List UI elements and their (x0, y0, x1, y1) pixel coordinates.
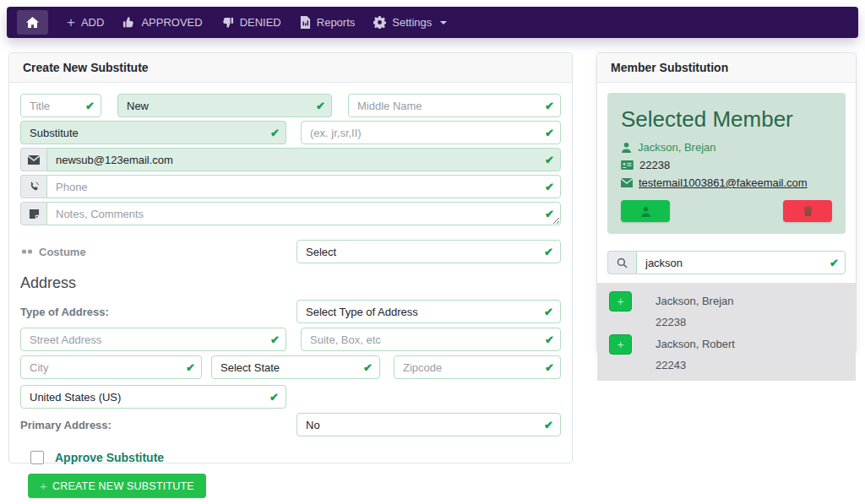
result-member-id: 22243 (656, 359, 735, 371)
top-navbar: + ADD APPROVED DENIED Reports Settings (7, 7, 858, 38)
approve-substitute-label: Approve Substitute (55, 451, 164, 464)
address-heading: Address (20, 274, 561, 292)
type-of-address-label: Type of Address: (20, 306, 109, 318)
primary-address-select[interactable]: No ✔ (296, 413, 561, 436)
selected-member-heading: Selected Member (621, 106, 832, 133)
notes-input[interactable] (46, 202, 561, 225)
member-search-results: + Jackson, Brejan 22238 + Jackson, Rober… (597, 283, 856, 381)
email-input[interactable] (46, 148, 561, 171)
add-result-button[interactable]: + (609, 334, 632, 355)
costume-label-row: Costume (20, 246, 86, 258)
selected-member-id-row: 22238 (621, 159, 832, 171)
thumbs-down-icon (221, 16, 234, 29)
primary-address-label: Primary Address: (20, 419, 112, 431)
nav-item-add[interactable]: + ADD (67, 16, 104, 29)
nav-item-approved[interactable]: APPROVED (122, 16, 202, 29)
type-of-address-select[interactable]: Select Type of Address ✔ (296, 300, 561, 323)
phone-icon (20, 175, 46, 198)
member-substitution-card: Member Substitution Selected Member Jack… (596, 52, 857, 353)
middle-name-input[interactable] (348, 94, 561, 117)
home-button[interactable] (17, 10, 48, 35)
result-member-id: 22238 (656, 316, 734, 328)
street-address-input[interactable] (20, 328, 286, 351)
check-icon: ✔ (544, 420, 553, 431)
costume-select[interactable]: Select ✔ (296, 240, 561, 263)
member-result-row: + Jackson, Brejan 22238 (597, 287, 856, 330)
caret-down-icon (440, 21, 447, 24)
member-result-row: + Jackson, Robert 22243 (597, 330, 856, 373)
selected-member-email-row: testemail1003861@fakeemail.com (621, 176, 832, 189)
selected-member-email-link[interactable]: testemail1003861@fakeemail.com (639, 176, 808, 189)
city-input[interactable] (20, 355, 202, 379)
selected-member-name-row: Jackson, Brejan (621, 141, 832, 154)
plus-icon: + (40, 479, 47, 493)
nav-item-reports[interactable]: Reports (300, 16, 356, 29)
selected-member-card: Selected Member Jackson, Brejan 22238 te… (607, 93, 846, 234)
result-member-name: Jackson, Robert (656, 338, 735, 350)
check-icon: ✔ (544, 247, 553, 257)
phone-input[interactable] (46, 175, 561, 198)
create-substitute-card: Create New Substitute ✔ ✔ ✔ ✔ ✔ (8, 52, 573, 463)
thumbs-up-icon (122, 16, 135, 29)
member-search-input[interactable] (636, 251, 846, 274)
add-result-button[interactable]: + (609, 291, 632, 312)
suffix-input[interactable] (301, 121, 561, 144)
selected-member-name: Jackson, Brejan (638, 141, 716, 154)
member-substitution-title: Member Substitution (597, 53, 856, 83)
approve-substitute-checkbox[interactable] (30, 451, 44, 464)
nav-denied-label: DENIED (240, 16, 281, 29)
nav-approved-label: APPROVED (141, 16, 202, 29)
report-icon (300, 16, 311, 29)
nav-item-settings[interactable]: Settings (373, 16, 447, 29)
envelope-icon (20, 148, 46, 171)
create-new-substitute-label: CREATE NEW SUBSTITUTE (52, 480, 194, 492)
nav-settings-label: Settings (392, 16, 432, 29)
result-member-name: Jackson, Brejan (656, 295, 734, 307)
check-icon: ✔ (363, 362, 373, 373)
selected-member-id: 22238 (639, 159, 670, 171)
create-substitute-title: Create New Substitute (9, 53, 572, 83)
magnifier-icon (607, 251, 636, 274)
create-new-substitute-button[interactable]: + CREATE NEW SUBSTITUTE (28, 474, 206, 498)
suite-input[interactable] (301, 328, 561, 351)
delete-member-button[interactable] (783, 200, 832, 222)
plus-icon: + (67, 17, 75, 28)
costume-icon (20, 247, 34, 256)
gear-icon (373, 16, 386, 29)
check-icon: ✔ (269, 392, 279, 403)
id-card-icon (621, 160, 634, 170)
envelope-icon (621, 178, 633, 187)
first-name-input[interactable] (117, 94, 332, 117)
title-input[interactable] (20, 94, 101, 117)
add-member-button[interactable] (621, 200, 670, 222)
nav-item-denied[interactable]: DENIED (221, 16, 281, 29)
zipcode-input[interactable] (394, 355, 561, 379)
country-select[interactable]: United States (US) ✔ (20, 385, 286, 409)
person-icon (621, 142, 632, 153)
person-icon (640, 206, 651, 217)
last-name-input[interactable] (20, 121, 286, 144)
costume-label: Costume (39, 246, 86, 258)
check-icon: ✔ (544, 306, 553, 317)
note-icon (20, 202, 46, 225)
home-icon (26, 17, 39, 29)
nav-reports-label: Reports (317, 16, 356, 29)
trash-icon (803, 206, 813, 216)
state-select[interactable]: Select State ✔ (211, 355, 380, 379)
nav-add-label: ADD (81, 16, 104, 29)
